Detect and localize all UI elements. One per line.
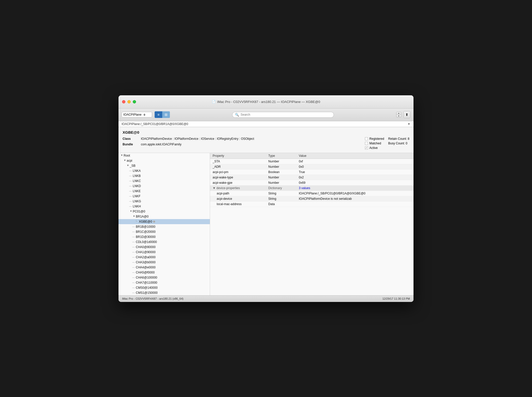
tree-item[interactable]: — LNKB xyxy=(119,173,210,178)
table-row[interactable]: acpi-path String IOACPIPlane:/_SB/PC01@0… xyxy=(210,191,413,196)
tree-item[interactable]: — CHA7@110000 xyxy=(119,280,210,285)
tree-item[interactable]: — BR1D@30000 xyxy=(119,234,210,239)
tree-item[interactable]: ▼ PC01@0 xyxy=(119,209,210,214)
close-button[interactable] xyxy=(122,100,125,103)
prop-value: 3 values xyxy=(296,185,413,191)
list-icon: ≡ xyxy=(157,113,159,117)
prop-type: Number xyxy=(266,164,296,169)
grid-view-button[interactable]: ⊞ xyxy=(162,111,170,118)
tree-panel[interactable]: ▼ Root▼ acpi▼ _SB— LNKA— LNKB— LNKC— LNK… xyxy=(119,153,210,295)
tree-item[interactable]: — CDL0@1d0000 xyxy=(119,239,210,245)
tree-item[interactable]: — CHA3@b0000 xyxy=(119,260,210,265)
registered-checkbox[interactable] xyxy=(365,137,368,140)
minimize-button[interactable] xyxy=(127,100,131,103)
tree-item-label: CHA4@e0000 xyxy=(136,266,156,269)
properties-panel: Property Type Value _STA Number 0xf _ADR… xyxy=(210,153,413,295)
tree-item[interactable]: ▼ acpi xyxy=(119,158,210,163)
search-input[interactable] xyxy=(241,113,331,116)
table-row[interactable]: ▼ device-properties Dictionary 3 values xyxy=(210,185,413,191)
tree-item[interactable]: — BR1B@10000 xyxy=(119,224,210,229)
tree-item-label: LNKB xyxy=(133,174,141,178)
active-label: Active xyxy=(370,146,378,150)
tree-item-label: CMS1@150000 xyxy=(136,291,158,295)
active-row: ✓ Active xyxy=(365,146,384,150)
prop-name: acpi-pci-pm xyxy=(210,169,266,175)
table-row[interactable]: acpi-wake-gpe Number 0x69 xyxy=(210,180,413,185)
tree-dash-icon: — xyxy=(132,271,136,274)
tree-item-label: Root xyxy=(124,154,130,157)
search-icon: 🔍 xyxy=(235,113,239,117)
list-view-button[interactable]: ≡ xyxy=(155,111,162,118)
tree-item[interactable]: — LNKF xyxy=(119,194,210,199)
busy-count-value: 0 xyxy=(406,142,407,145)
stepper-down[interactable]: ▼ xyxy=(396,115,401,117)
tree-toggle-icon: ▼ xyxy=(120,154,124,157)
tree-dash-icon: — xyxy=(132,240,136,243)
table-row[interactable]: _STA Number 0xf xyxy=(210,159,413,164)
matched-label: Matched xyxy=(370,142,381,145)
tree-item[interactable]: — CMS1@150000 xyxy=(119,290,210,295)
tree-item-label: CHA7@110000 xyxy=(136,281,157,284)
grid-icon: ⊞ xyxy=(165,113,168,117)
tree-item[interactable]: — LNKE xyxy=(119,189,210,194)
tree-item[interactable]: — LNKA xyxy=(119,168,210,173)
tree-item[interactable]: — CHA0@80000 xyxy=(119,245,210,250)
matched-row: Matched xyxy=(365,142,384,145)
prop-value: IOACPIPlane:/_SB/PC01@0/BR1A@0/XGBE@0 xyxy=(296,191,413,196)
class-value: IOACPIPlatformDevice : IOPlatformDevice … xyxy=(141,137,254,141)
col-value: Value xyxy=(296,153,413,159)
stepper-up[interactable]: ▲ xyxy=(396,112,401,115)
table-row[interactable]: _ADR Number 0x0 xyxy=(210,164,413,169)
table-row[interactable]: acpi-wake-type Number 0x2 xyxy=(210,175,413,180)
document-icon: 📄 xyxy=(212,100,216,103)
table-row[interactable]: acpi-pci-pm Boolean True xyxy=(210,169,413,175)
prop-value: 0xf xyxy=(296,159,413,164)
status-timestamp: 12/29/17 11:30:13 PM xyxy=(382,297,410,300)
share-button[interactable]: ⬆ xyxy=(403,111,410,118)
tree-item[interactable]: — LNKC xyxy=(119,178,210,184)
tree-item-label: acpi xyxy=(127,159,132,162)
tree-item[interactable]: — LNKH xyxy=(119,204,210,209)
tree-item[interactable]: ▼ _SB xyxy=(119,163,210,168)
tree-item[interactable]: — CMS0@140000 xyxy=(119,285,210,290)
tree-dash-icon: — xyxy=(132,235,136,238)
matched-checkbox[interactable] xyxy=(365,142,368,145)
plane-selector[interactable]: IOACPIPlane xyxy=(122,112,152,117)
tree-item[interactable]: — CHA5@f0000 xyxy=(119,270,210,275)
tree-item[interactable]: — BR1C@20000 xyxy=(119,229,210,234)
maximize-button[interactable] xyxy=(133,100,136,103)
tree-item-label: CHA2@a0000 xyxy=(136,255,156,259)
col-property: Property xyxy=(210,153,266,159)
table-row[interactable]: local-mac-address Data xyxy=(210,201,413,207)
prop-value xyxy=(296,201,413,207)
tree-item[interactable]: — LNKD xyxy=(119,184,210,189)
tree-item-label: BR1D@30000 xyxy=(136,235,156,239)
tree-item[interactable]: — CHA6@100000 xyxy=(119,275,210,280)
tree-item[interactable]: — CHA4@e0000 xyxy=(119,265,210,270)
tree-dash-icon: — xyxy=(132,261,136,264)
tree-toggle-icon: ▼ xyxy=(123,159,127,162)
stepper[interactable]: ▲ ▼ xyxy=(396,112,401,117)
prop-name: _STA xyxy=(210,159,266,164)
tree-item-label: CHA6@100000 xyxy=(136,276,157,279)
tree-dash-icon: — xyxy=(132,276,136,279)
properties-table: Property Type Value _STA Number 0xf _ADR… xyxy=(210,153,413,207)
tree-item[interactable]: ▼ BR1A@0 xyxy=(119,214,210,219)
plane-selector-arrows xyxy=(143,114,145,116)
prop-type: Dictionary xyxy=(266,185,296,191)
tree-item[interactable]: — CHA1@90000 xyxy=(119,250,210,255)
path-bar: IOACPIPlane:/_SB/PC01@0/BR1A@0/XGBE@0 ▼ xyxy=(119,121,413,127)
tree-item[interactable]: — LNKG xyxy=(119,199,210,204)
arrow-down-icon xyxy=(143,115,145,116)
device-status: Registered Matched ✓ Active R xyxy=(365,137,409,150)
prop-name: local-mac-address xyxy=(210,201,266,207)
active-checkbox[interactable]: ✓ xyxy=(365,146,368,149)
table-row[interactable]: acpi-device String IOACPIPlatformDevice … xyxy=(210,196,413,201)
tree-item[interactable]: ▼ Root xyxy=(119,153,210,158)
path-expand-icon[interactable]: ▼ xyxy=(407,122,410,126)
tree-toggle-icon: ▼ xyxy=(129,210,133,213)
tree-item[interactable]: └ XGBE@0 xyxy=(119,219,210,224)
tree-item[interactable]: — CHA2@a0000 xyxy=(119,255,210,260)
tree-dash-icon: — xyxy=(129,179,133,182)
window-title: 📄 iMac Pro - C02VV5RFHX87 - ars180.21 — … xyxy=(212,100,320,104)
